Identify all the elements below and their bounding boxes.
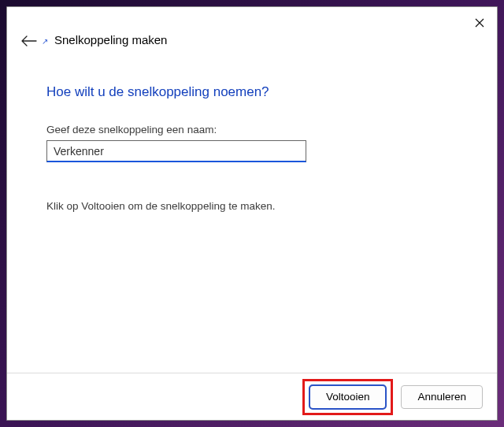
dialog-title: Snelkoppeling maken — [54, 33, 167, 46]
finish-button[interactable]: Voltooien — [309, 385, 387, 409]
cancel-button[interactable]: Annuleren — [401, 385, 483, 409]
name-field-label: Geef deze snelkoppeling een naam: — [46, 124, 465, 136]
page-heading: Hoe wilt u de snelkoppeling noemen? — [46, 84, 465, 100]
create-shortcut-dialog: ↗ Snelkoppeling maken Hoe wilt u de snel… — [6, 6, 498, 421]
shortcut-name-input[interactable] — [46, 140, 306, 162]
finish-button-highlight: Voltooien — [302, 379, 394, 415]
button-bar: Voltooien Annuleren — [7, 373, 497, 420]
shortcut-arrow-icon: ↗ — [42, 37, 48, 46]
finish-instruction: Klik op Voltooien om de snelkoppeling te… — [46, 200, 465, 212]
back-arrow-icon[interactable] — [21, 34, 37, 50]
close-icon[interactable] — [467, 12, 492, 34]
